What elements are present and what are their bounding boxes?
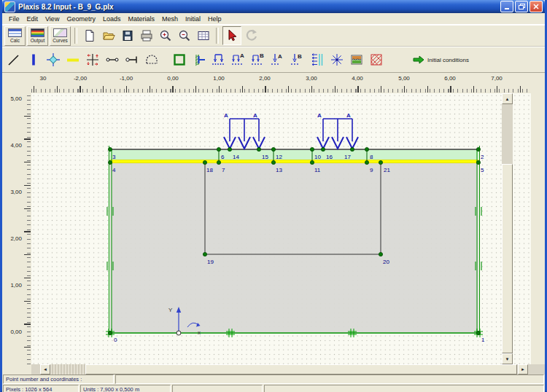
- title-bar: Plaxis 8.2 Input - B_9_G.plx: [2, 0, 545, 13]
- draw-toolbar: A B A B Initial conditions: [2, 47, 545, 73]
- print-icon[interactable]: [138, 27, 155, 44]
- point-label: 10: [314, 154, 321, 160]
- menu-geometry[interactable]: Geometry: [63, 15, 99, 23]
- main-toolbar: Calc Output Curves: [2, 25, 545, 47]
- distributed-load-system-a-left[interactable]: [224, 119, 265, 149]
- menu-initial[interactable]: Initial: [182, 15, 204, 23]
- curves-program-icon: [53, 28, 67, 37]
- geometry-point-17[interactable]: [350, 147, 354, 151]
- geometry-point-11[interactable]: [310, 160, 314, 164]
- ruler-left-label: 0,00: [10, 329, 22, 335]
- geometry-point-13[interactable]: [271, 160, 275, 164]
- standard-fixities-icon[interactable]: [84, 51, 101, 68]
- geometry-point-19[interactable]: [203, 252, 206, 256]
- geometry-line-icon[interactable]: [5, 51, 23, 68]
- ruler-top-label: -1,00: [120, 75, 133, 82]
- hint-panel: Point number and coordinates :: [3, 375, 114, 384]
- distributed-load-a-icon[interactable]: A: [230, 51, 247, 68]
- minimize-button[interactable]: [500, 1, 513, 12]
- geometry-point-7[interactable]: [217, 160, 220, 164]
- menu-file[interactable]: File: [5, 15, 23, 23]
- geometry-point-1[interactable]: [476, 331, 480, 334]
- open-folder-icon[interactable]: [100, 27, 117, 44]
- geometry-point-4[interactable]: [108, 160, 112, 164]
- interface-icon[interactable]: [171, 51, 188, 68]
- geometry-point-9[interactable]: [365, 160, 368, 164]
- tunnel-icon[interactable]: [143, 51, 160, 68]
- point-label: 12: [276, 154, 282, 160]
- scroll-up-button[interactable]: ▲: [502, 93, 513, 104]
- restore-button[interactable]: [515, 1, 528, 12]
- drain-icon[interactable]: [190, 51, 208, 68]
- horizontal-scrollbar[interactable]: ◄ ►: [31, 364, 531, 375]
- scroll-down-button[interactable]: ▼: [502, 353, 513, 364]
- geometry-point-14[interactable]: [228, 147, 231, 151]
- point-load-b-icon[interactable]: B: [289, 51, 306, 68]
- plate-beam[interactable]: [110, 160, 478, 163]
- select-arrow-icon[interactable]: [222, 26, 241, 45]
- zoom-out-icon[interactable]: [176, 27, 193, 44]
- fixed-end-anchor-icon[interactable]: [123, 51, 141, 68]
- menu-help[interactable]: Help: [204, 15, 225, 23]
- ruler-top-label: -2,00: [74, 75, 87, 82]
- geometry-point-15[interactable]: [257, 147, 260, 151]
- geometry-point-3[interactable]: [108, 147, 112, 151]
- zoom-in-icon[interactable]: [157, 27, 174, 44]
- geometry-point-8[interactable]: [365, 147, 368, 151]
- menu-view[interactable]: View: [42, 15, 63, 23]
- geometry-point-20[interactable]: [379, 252, 382, 256]
- ruler-top-label: 6,00: [444, 75, 456, 82]
- save-icon[interactable]: [119, 27, 136, 44]
- menu-edit[interactable]: Edit: [23, 15, 42, 23]
- material-sets-icon[interactable]: [348, 51, 365, 68]
- hinge-icon[interactable]: [44, 51, 62, 68]
- new-file-icon[interactable]: [81, 27, 98, 44]
- menu-loads[interactable]: Loads: [99, 15, 125, 23]
- svg-text:B: B: [260, 52, 264, 59]
- point-label: 0: [114, 337, 117, 343]
- scroll-left-button[interactable]: ◄: [40, 364, 50, 375]
- distributed-load-icon[interactable]: [210, 51, 228, 68]
- horizontal-scroll-thumb[interactable]: [85, 364, 517, 375]
- distributed-load-system-a-right[interactable]: [317, 119, 358, 149]
- point-label: 2: [481, 154, 484, 160]
- rotation-fixity-icon[interactable]: [328, 51, 346, 68]
- initial-conditions-button[interactable]: Initial conditions: [408, 52, 473, 68]
- geometry-point-16[interactable]: [321, 147, 325, 151]
- node-to-node-anchor-icon[interactable]: [104, 51, 121, 68]
- main-area: 5,004,003,002,001,000,00: [2, 93, 545, 364]
- point-label: 4: [112, 167, 116, 173]
- geometry-point-18[interactable]: [203, 160, 206, 164]
- table-icon[interactable]: [195, 27, 212, 44]
- geometry-point-5[interactable]: [476, 160, 480, 164]
- ruler-top-label: 30: [40, 75, 47, 82]
- curves-button[interactable]: Curves: [50, 26, 71, 46]
- undo-icon[interactable]: [243, 27, 260, 44]
- close-button[interactable]: [529, 1, 543, 12]
- point-load-a-icon[interactable]: A: [269, 51, 287, 68]
- initial-conditions-label: Initial conditions: [427, 57, 469, 63]
- scroll-right-button[interactable]: ►: [518, 364, 528, 375]
- vertical-scroll-thumb[interactable]: [502, 164, 513, 353]
- vertical-scrollbar[interactable]: ▲ ▼: [502, 93, 513, 364]
- drawing-canvas[interactable]: Y x AAAA 0123456789101112131415161718192…: [31, 93, 531, 364]
- geometry-point-10[interactable]: [310, 147, 314, 151]
- distributed-load-b-icon[interactable]: B: [249, 51, 267, 68]
- output-button[interactable]: Output: [27, 26, 48, 46]
- generate-mesh-icon[interactable]: [368, 51, 385, 68]
- geometry-point-2[interactable]: [476, 147, 480, 151]
- geometry-point-12[interactable]: [271, 147, 275, 151]
- geometry-point-21[interactable]: [379, 160, 382, 164]
- prescribed-displacement-icon[interactable]: [309, 51, 326, 68]
- geometry-point-6[interactable]: [217, 147, 220, 151]
- load-label: A: [346, 112, 351, 119]
- menu-materials[interactable]: Materials: [124, 15, 158, 23]
- geometry-point-0[interactable]: [108, 331, 112, 334]
- load-label: A: [317, 112, 322, 119]
- geogrid-icon[interactable]: [64, 51, 82, 68]
- menu-mesh[interactable]: Mesh: [158, 15, 182, 23]
- plate-icon[interactable]: [25, 51, 42, 68]
- soil-cluster[interactable]: [110, 162, 478, 333]
- calc-button[interactable]: Calc: [4, 26, 26, 46]
- horizontal-scroll-track[interactable]: [50, 364, 85, 375]
